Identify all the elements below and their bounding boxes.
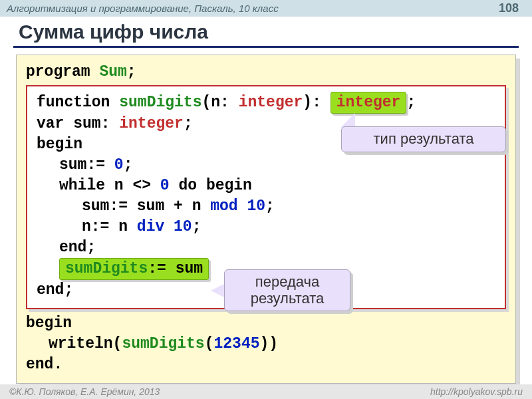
sig-close: ):	[303, 94, 321, 111]
literal-ten: 10	[174, 218, 192, 235]
var-type: integer	[119, 115, 184, 132]
code-line-end-main: end.	[26, 354, 506, 375]
literal-arg: 12345	[213, 335, 259, 352]
semicolon: ;	[64, 281, 73, 299]
kw-do-begin: do begin	[178, 177, 251, 194]
kw-mod: mod	[210, 198, 237, 215]
program-name: Sum	[99, 63, 126, 80]
code-line-program: program Sum;	[26, 62, 506, 82]
semicolon: ;	[265, 198, 275, 215]
literal-ten: 10	[247, 198, 265, 215]
semicolon: ;	[124, 156, 133, 174]
assign-lhs: sum:=	[59, 156, 105, 174]
result-func-name: sumDigits	[65, 260, 148, 277]
code-line-init: sum:= 0;	[37, 155, 495, 176]
code-outer-block: program Sum; тип результата передача рез…	[16, 55, 516, 384]
semicolon: ;	[86, 239, 96, 256]
kw-while: while	[59, 177, 105, 194]
code-line-n-div: n:= n div 10;	[37, 217, 495, 237]
sum-expr: sum:= sum + n	[82, 198, 201, 215]
result-assign-rest: := sum	[148, 260, 203, 277]
footer-right: http://kpolyakov.spb.ru	[430, 386, 523, 397]
code-line-begin-main: begin	[26, 313, 506, 334]
paren-close: ))	[259, 335, 278, 352]
kw-end: end	[59, 239, 86, 256]
kw-end: end	[37, 281, 64, 299]
breadcrumb-bar: Алгоритмизация и программирование, Паска…	[0, 0, 532, 17]
code-line-while: while n <> 0 do begin	[37, 176, 495, 196]
page-title: Сумма цифр числа	[19, 21, 532, 43]
code-line-function: function sumDigits(n: integer): integer;	[37, 92, 495, 114]
course-title: Алгоритмизация и программирование, Паска…	[7, 3, 279, 14]
result-assign-chip: sumDigits:= sum	[59, 258, 209, 280]
kw-function: function	[37, 94, 110, 111]
semicolon: ;	[184, 115, 193, 132]
page-number: 108	[499, 1, 519, 15]
paren-open: (	[205, 335, 214, 352]
title-divider	[13, 46, 519, 48]
semicolon: ;	[127, 63, 136, 80]
literal-zero: 0	[160, 177, 170, 194]
return-type-chip: integer	[331, 92, 407, 114]
kw-program: program	[26, 63, 90, 80]
code-inner-block: тип результата передача результата funct…	[26, 85, 506, 309]
sig-open: (n:	[201, 94, 229, 111]
literal-zero: 0	[114, 156, 124, 174]
semicolon: ;	[192, 218, 201, 235]
while-cond: n <>	[114, 177, 151, 194]
callout-pointer	[211, 283, 225, 298]
footer-bar: ©К.Ю. Поляков, Е.А. Ерёмин, 2013 http://…	[0, 384, 532, 399]
kw-div: div	[137, 218, 164, 235]
callout-pointer	[340, 113, 355, 128]
semicolon: ;	[406, 94, 416, 111]
footer-left: ©К.Ю. Поляков, Е.А. Ерёмин, 2013	[9, 386, 160, 397]
kw-end-dot: end.	[26, 356, 63, 373]
callout-return-type: тип результата	[341, 126, 506, 152]
code-line-writeln: writeln(sumDigits(12345))	[26, 334, 506, 354]
callout-pass-result: передача результата	[224, 269, 350, 311]
kw-begin: begin	[26, 315, 72, 332]
slide: Алгоритмизация и программирование, Паска…	[0, 0, 532, 399]
writeln: writeln(	[49, 335, 122, 352]
kw-var: var	[37, 115, 64, 132]
kw-begin: begin	[37, 136, 82, 153]
code-line-sum-mod: sum:= sum + n mod 10;	[37, 196, 495, 217]
call-name: sumDigits	[122, 335, 204, 352]
n-expr: n:= n	[82, 218, 128, 235]
param-type: integer	[239, 94, 303, 111]
func-name: sumDigits	[119, 94, 201, 111]
code-line-end-inner: end;	[37, 237, 495, 258]
var-name: sum:	[73, 115, 110, 132]
